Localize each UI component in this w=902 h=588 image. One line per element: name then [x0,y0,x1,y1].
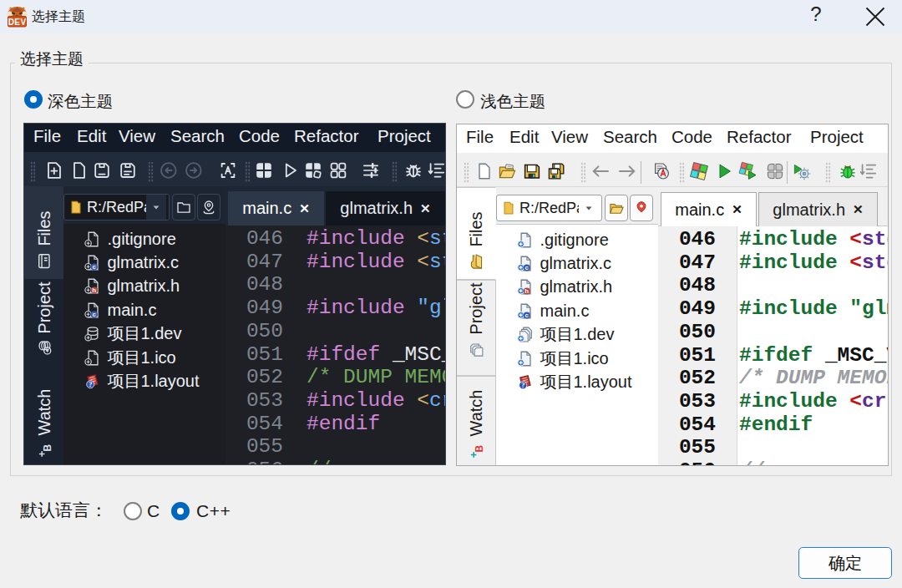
svg-text:h: h [92,287,96,295]
svg-text:?: ? [88,380,92,388]
svg-text:c: c [92,311,96,318]
svg-text:DEV: DEV [8,18,27,27]
svg-text:c: c [92,263,96,271]
svg-text:B: B [41,444,53,451]
svg-text:c: c [524,264,529,271]
svg-text:h: h [524,288,529,296]
svg-text:c: c [524,312,529,319]
svg-text:?: ? [520,381,524,389]
svg-text:B: B [474,444,485,452]
